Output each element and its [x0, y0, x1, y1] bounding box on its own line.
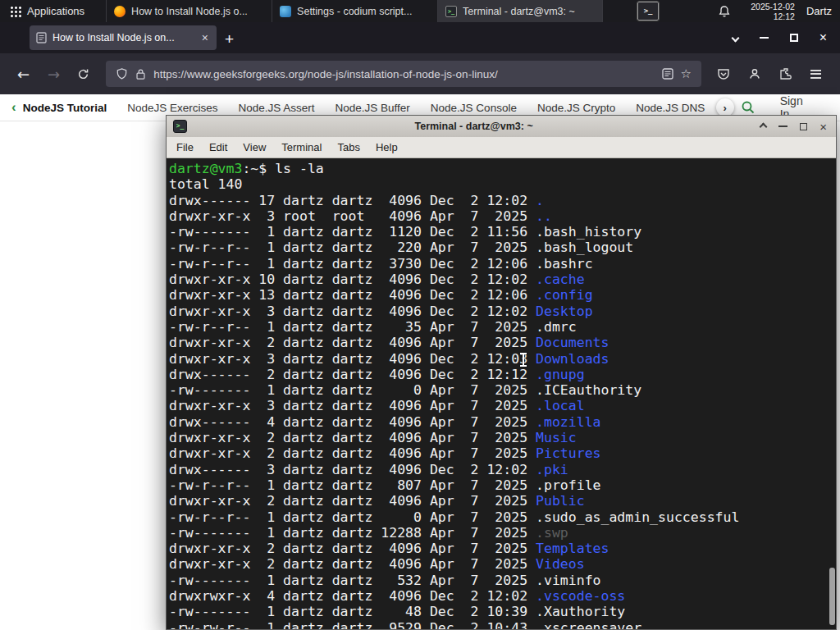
tab-close-icon[interactable]: ×: [200, 31, 210, 44]
tab-title: How to Install Node.js on...: [52, 32, 194, 43]
menu-tabs[interactable]: Tabs: [337, 141, 359, 153]
taskbar-label: Settings - codium script...: [297, 6, 412, 17]
mouse-ibeam-cursor: [519, 353, 527, 367]
terminal-line: drwxr-xr-x 13 dartz dartz 4096 Dec 2 12:…: [169, 287, 836, 303]
notification-bell-button[interactable]: [710, 5, 739, 18]
menu-view[interactable]: View: [243, 141, 266, 153]
pocket-button[interactable]: [710, 67, 737, 80]
terminal-icon: >_: [445, 6, 457, 17]
pocket-icon: [717, 67, 730, 80]
toolbar-right-icons: [710, 67, 832, 80]
terminal-line: -rw------- 1 dartz dartz 0 Apr 7 2025 .I…: [169, 382, 836, 398]
restore-window-icon[interactable]: [790, 34, 798, 42]
reload-icon: [77, 68, 89, 80]
terminal-line: -rw------- 1 dartz dartz 1120 Dec 2 11:5…: [169, 224, 836, 240]
terminal-line: -rw------- 1 dartz dartz 48 Dec 2 10:39 …: [169, 604, 836, 619]
close-window-icon[interactable]: ×: [819, 31, 827, 44]
back-button[interactable]: ←: [8, 66, 39, 83]
lock-icon[interactable]: [135, 68, 146, 80]
terminal-line: -rw-r--r-- 1 dartz dartz 220 Apr 7 2025 …: [169, 240, 836, 255]
terminal-line: drwxr-xr-x 10 dartz dartz 4096 Dec 2 12:…: [169, 272, 836, 287]
menu-terminal[interactable]: Terminal: [281, 141, 322, 153]
gfg-nav-item[interactable]: NodeJS Exercises: [127, 102, 217, 114]
shield-icon[interactable]: [116, 67, 128, 80]
terminal-close-icon[interactable]: ×: [819, 121, 827, 133]
terminal-line: drwx------ 17 dartz dartz 4096 Dec 2 12:…: [169, 193, 836, 208]
terminal-line: drwxr-xr-x 3 dartz dartz 4096 Dec 2 12:0…: [169, 351, 836, 367]
terminal-line: total 140: [169, 176, 836, 192]
gfg-nav-item[interactable]: Node.JS Buffer: [336, 102, 410, 114]
nav-scroll-right-icon[interactable]: ›: [716, 98, 734, 116]
menu-button[interactable]: [803, 70, 829, 79]
url-bar[interactable]: https://www.geeksforgeeks.org/node-js/in…: [106, 61, 701, 87]
taskbar-window-terminal[interactable]: >_ Terminal - dartz@vm3: ~: [437, 0, 603, 22]
terminal-line: -rw------- 1 dartz dartz 12288 Apr 7 202…: [169, 525, 836, 541]
menu-file[interactable]: File: [176, 141, 194, 153]
taskbar-label: Terminal - dartz@vm3: ~: [463, 6, 575, 17]
terminal-line: drwxr-xr-x 2 dartz dartz 4096 Apr 7 2025…: [169, 556, 836, 572]
typed-command: ls -la: [275, 161, 324, 176]
terminal-prompt-line: dartz@vm3:~$ ls -la: [169, 161, 836, 176]
desktop: Applications How to Install Node.js o...…: [0, 0, 840, 630]
terminal-line: -rw-r--r-- 1 dartz dartz 3730 Dec 2 12:0…: [169, 256, 836, 272]
list-all-tabs-icon[interactable]: [731, 34, 739, 42]
search-icon: [741, 100, 756, 115]
panel-clock[interactable]: 2025-12-02 12:12: [751, 2, 795, 21]
gfg-nav-item[interactable]: Node.JS Console: [431, 102, 517, 114]
terminal-titlebar[interactable]: >_ Terminal - dartz@vm3: ~ ×: [167, 116, 836, 137]
terminal-line: drwx------ 2 dartz dartz 4096 Dec 2 12:1…: [169, 367, 836, 382]
terminal-line: drwxr-xr-x 2 dartz dartz 4096 Apr 7 2025…: [169, 493, 836, 509]
nav-scroll-left-icon[interactable]: ‹: [11, 99, 16, 116]
applications-menu-button[interactable]: Applications: [0, 0, 94, 22]
taskbar-window-settings[interactable]: Settings - codium script...: [272, 0, 437, 22]
terminal-line: -rw------- 1 dartz dartz 532 Apr 7 2025 …: [169, 573, 836, 588]
gfg-nav-item[interactable]: Node.JS Crypto: [537, 102, 615, 114]
gfg-nav-item[interactable]: Node.JS Assert: [238, 102, 314, 114]
puzzle-icon: [779, 67, 792, 80]
new-tab-button[interactable]: +: [217, 30, 242, 48]
gfg-nav-item[interactable]: Node.JS DNS: [636, 102, 705, 114]
gfg-nav-item[interactable]: NodeJS Tutorial: [23, 102, 107, 114]
terminal-line: drwxr-xr-x 2 dartz dartz 4096 Apr 7 2025…: [169, 430, 836, 445]
clock-time: 12:12: [751, 11, 795, 21]
prompt-path: :~: [242, 161, 258, 176]
terminal-line: drwxr-xr-x 3 dartz dartz 4096 Apr 7 2025…: [169, 398, 836, 413]
applications-label: Applications: [27, 5, 84, 17]
taskbar: How to Install Node.js o... Settings - c…: [106, 0, 603, 22]
terminal-line: drwxr-xr-x 2 dartz dartz 4096 Apr 7 2025…: [169, 445, 836, 461]
clock-date: 2025-12-02: [751, 2, 795, 11]
terminal-title: Terminal - dartz@vm3: ~: [187, 121, 760, 132]
reload-button[interactable]: [69, 68, 98, 80]
minimize-window-icon[interactable]: [760, 37, 769, 39]
account-icon: [748, 67, 761, 80]
terminal-menubar: File Edit View Terminal Tabs Help: [167, 137, 836, 158]
firefox-icon: [114, 6, 126, 17]
url-text: https://www.geeksforgeeks.org/node-js/in…: [153, 68, 654, 80]
gfg-search-button[interactable]: [734, 100, 762, 115]
forward-button[interactable]: →: [39, 66, 69, 83]
terminal-line: -rw-r--r-- 1 dartz dartz 35 Apr 7 2025 .…: [169, 319, 836, 335]
terminal-maximize-icon[interactable]: [800, 123, 807, 130]
terminal-scrollbar-thumb[interactable]: [829, 568, 835, 625]
bell-icon: [718, 5, 731, 18]
menu-help[interactable]: Help: [376, 141, 398, 153]
terminal-lines: total 140drwx------ 17 dartz dartz 4096 …: [169, 176, 836, 629]
bookmark-star-icon[interactable]: ☆: [681, 66, 692, 81]
terminal-line: drwxr-xr-x 3 dartz dartz 4096 Dec 2 12:0…: [169, 304, 836, 319]
tray-terminal-icon[interactable]: >_: [637, 2, 659, 21]
applications-grid-icon: [10, 6, 21, 17]
terminal-body[interactable]: dartz@vm3:~$ ls -la total 140drwx------ …: [167, 158, 836, 629]
terminal-line: drwxrwxr-x 4 dartz dartz 4096 Dec 2 12:0…: [169, 588, 836, 604]
reader-view-icon[interactable]: [662, 68, 673, 80]
extensions-button[interactable]: [772, 67, 800, 80]
menu-edit[interactable]: Edit: [209, 141, 227, 153]
gfg-nav-items: NodeJS TutorialNodeJS ExercisesNode.JS A…: [23, 102, 714, 114]
browser-tab[interactable]: How to Install Node.js on... ×: [30, 25, 217, 50]
account-button[interactable]: [741, 67, 769, 80]
terminal-scrollbar[interactable]: [828, 158, 836, 629]
taskbar-window-firefox[interactable]: How to Install Node.js o...: [106, 0, 272, 22]
terminal-minimize-icon[interactable]: [778, 126, 788, 127]
shade-button-icon[interactable]: [760, 122, 768, 130]
terminal-line: -rw-r--r-- 1 dartz dartz 807 Apr 7 2025 …: [169, 477, 836, 493]
panel-username[interactable]: Dartz: [806, 5, 832, 17]
